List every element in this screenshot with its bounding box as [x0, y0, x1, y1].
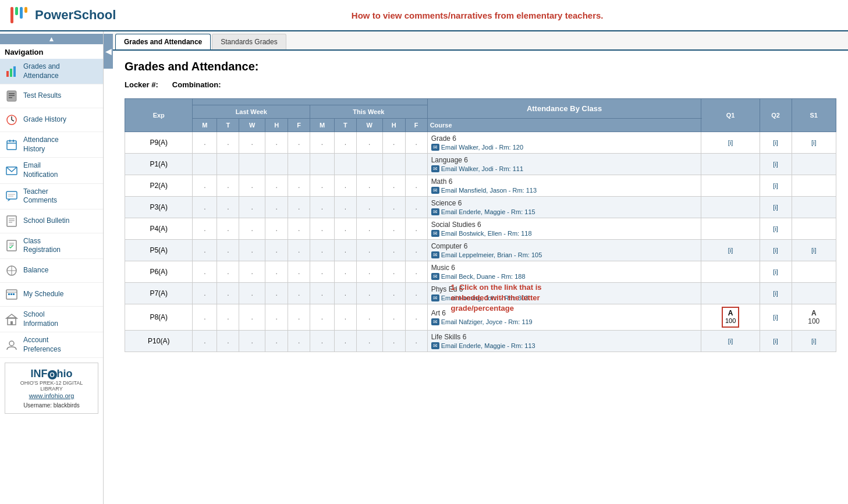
day-cell: .: [335, 197, 357, 218]
q2-link[interactable]: [i]: [773, 247, 778, 254]
grade-box-highlighted[interactable]: A100: [722, 307, 739, 328]
exp-cell: P7(A): [125, 283, 193, 304]
s1-link[interactable]: [i]: [811, 139, 817, 146]
sidebar-item-school-information[interactable]: SchoolInformation: [0, 307, 103, 332]
s1-cell: [792, 197, 836, 218]
q2-link[interactable]: [i]: [773, 204, 778, 211]
day-w2: W: [356, 119, 382, 132]
sidebar-item-class-registration[interactable]: ClassRegistration: [0, 233, 103, 259]
s1-cell[interactable]: [i]: [792, 240, 836, 261]
sidebar-item-test-results[interactable]: Test Results: [0, 84, 103, 108]
svg-rect-15: [7, 141, 16, 150]
email-link[interactable]: ✉Email Bostwick, Ellen - Rm: 118: [431, 230, 532, 237]
day-cell: .: [193, 283, 217, 304]
email-link[interactable]: ✉Email Walker, Jodi - Rm: 120: [431, 144, 523, 151]
scroll-up-arrow[interactable]: ▲: [0, 34, 103, 44]
history-icon: [3, 112, 20, 128]
q2-link[interactable]: [i]: [773, 225, 778, 232]
email-small-icon: ✉: [431, 144, 439, 151]
q2-link[interactable]: [i]: [773, 182, 778, 189]
tab-grades-attendance[interactable]: Grades and Attendance: [115, 34, 211, 49]
q2-link[interactable]: [i]: [773, 290, 778, 297]
sidebar-item-my-schedule[interactable]: My Schedule: [0, 283, 103, 307]
infohio-link[interactable]: www.infohio.org: [29, 392, 74, 399]
day-cell: .: [217, 218, 239, 240]
q2-cell[interactable]: [i]: [760, 154, 792, 175]
day-cell: .: [193, 197, 217, 218]
q2-link[interactable]: [i]: [773, 161, 778, 168]
sidebar: ▲ Navigation Grades andAttendance Test R…: [0, 31, 104, 504]
q2-cell[interactable]: [i]: [760, 240, 792, 261]
sidebar-item-attendance-history[interactable]: AttendanceHistory: [0, 132, 103, 158]
q2-cell[interactable]: [i]: [760, 283, 792, 304]
sidebar-item-teacher-comments[interactable]: TeacherComments: [0, 184, 103, 210]
day-cell: .: [193, 330, 217, 352]
email-link[interactable]: ✉Email Leppelmeier, Brian - Rm: 105: [431, 251, 542, 258]
day-cell: .: [239, 218, 265, 240]
s1-cell[interactable]: [i]: [792, 132, 836, 154]
q2-link[interactable]: [i]: [773, 268, 778, 275]
q2-link[interactable]: [i]: [773, 139, 778, 146]
q1-cell[interactable]: [i]: [701, 240, 760, 261]
infohio-logo: INFOhio: [10, 368, 93, 380]
q2-cell[interactable]: [i]: [760, 330, 792, 352]
last-week-this-week-header: [193, 99, 427, 105]
sidebar-label-account-preferences: AccountPreferences: [23, 336, 61, 354]
tab-standards-grades[interactable]: Standards Grades: [212, 34, 286, 49]
q1-cell[interactable]: [i]: [701, 132, 760, 154]
svg-rect-24: [7, 216, 16, 226]
email-link[interactable]: ✉Email Beck, Duane - Rm: 188: [431, 273, 526, 280]
table-row: P10(A)..........Life Skills 6✉Email Ende…: [125, 330, 836, 352]
q2-link[interactable]: [i]: [773, 314, 778, 321]
email-link[interactable]: ✉Email Mansfield, Jason - Rm: 113: [431, 187, 537, 194]
email-link[interactable]: ✉Email Enderle, Maggie - Rm: 115: [431, 208, 535, 215]
q1-cell[interactable]: [i]: [701, 330, 760, 352]
email-link[interactable]: ✉Email Walker, Jodi - Rm: 111: [431, 165, 523, 172]
q1-link[interactable]: [i]: [728, 338, 733, 345]
q2-cell[interactable]: [i]: [760, 218, 792, 240]
q2-cell[interactable]: [i]: [760, 175, 792, 197]
q2-cell[interactable]: [i]: [760, 304, 792, 331]
q1-cell: [701, 218, 760, 240]
sidebar-item-balance[interactable]: Balance: [0, 259, 103, 283]
sidebar-item-grades-attendance[interactable]: Grades andAttendance: [0, 59, 103, 84]
sidebar-collapse-button[interactable]: ◀: [104, 34, 113, 69]
q2-link[interactable]: [i]: [773, 338, 778, 345]
q1-cell: [701, 197, 760, 218]
s1-cell[interactable]: A100: [792, 304, 836, 331]
day-cell: [239, 154, 265, 175]
sidebar-item-grade-history[interactable]: Grade History: [0, 108, 103, 132]
sidebar-item-school-bulletin[interactable]: School Bulletin: [0, 210, 103, 233]
s1-cell[interactable]: [i]: [792, 330, 836, 352]
day-cell: .: [335, 261, 357, 283]
s1-link[interactable]: [i]: [811, 338, 817, 345]
sidebar-item-email-notification[interactable]: EmailNotification: [0, 158, 103, 183]
exp-cell: P3(A): [125, 197, 193, 218]
day-cell: [217, 154, 239, 175]
account-icon: [3, 337, 20, 353]
sidebar-item-account-preferences[interactable]: AccountPreferences: [0, 332, 103, 358]
day-cell: .: [405, 261, 427, 283]
s1-link[interactable]: [i]: [811, 247, 817, 254]
q2-cell[interactable]: [i]: [760, 132, 792, 154]
svg-rect-6: [10, 69, 12, 77]
attendance-by-class-header: Attendance By Class: [427, 99, 701, 119]
svg-rect-28: [7, 240, 16, 251]
day-cell: .: [288, 304, 310, 331]
q1-link[interactable]: [i]: [728, 247, 733, 254]
email-link[interactable]: ✉Email Enderle, Maggie - Rm: 113: [431, 342, 535, 349]
s1-grade[interactable]: A100: [796, 309, 833, 325]
day-cell: .: [335, 330, 357, 352]
day-cell: .: [356, 330, 382, 352]
exp-cell: P10(A): [125, 330, 193, 352]
email-link[interactable]: ✉Email Nafziger, Joyce - Rm: 119: [431, 318, 533, 325]
q1-link[interactable]: [i]: [728, 139, 733, 146]
q1-cell: [701, 261, 760, 283]
q2-cell[interactable]: [i]: [760, 197, 792, 218]
q2-cell[interactable]: [i]: [760, 261, 792, 283]
q1-cell[interactable]: A100: [701, 304, 760, 331]
course-cell: Life Skills 6✉Email Enderle, Maggie - Rm…: [427, 330, 701, 352]
grades-table: Exp Attendance By Class Q1 Q2 S1 Last We…: [125, 98, 836, 352]
page-content: Grades and Attendance: Locker #: Combina…: [113, 51, 848, 361]
email-small-icon: ✉: [431, 230, 439, 237]
